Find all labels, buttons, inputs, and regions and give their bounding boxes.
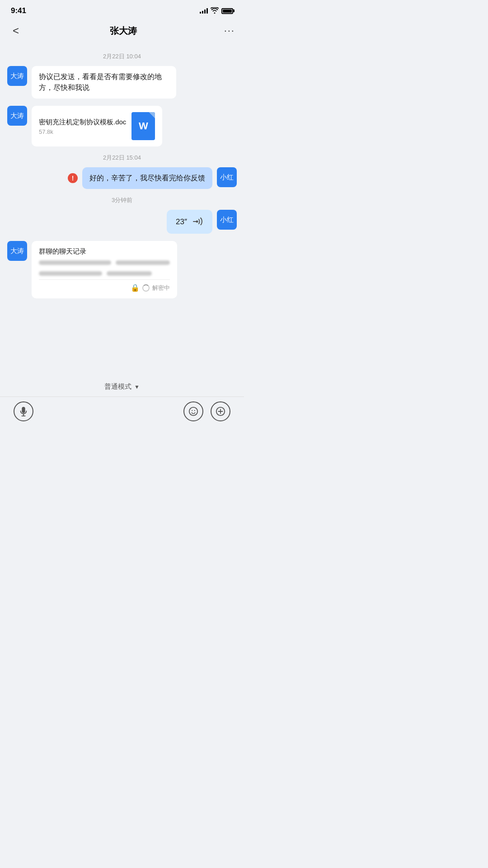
status-time: 9:41 xyxy=(11,6,26,15)
signal-icon xyxy=(200,8,208,14)
back-button[interactable]: < xyxy=(9,23,23,39)
chevron-down-icon: ▼ xyxy=(134,384,140,390)
word-file-icon: W xyxy=(131,112,155,140)
timestamp-3: 3分钟前 xyxy=(7,196,237,204)
message-row: 大涛 群聊的聊天记录 🔒 解密中 xyxy=(7,241,237,298)
voice-duration: 23″ xyxy=(176,217,187,226)
status-bar: 9:41 xyxy=(0,0,244,18)
chat-record-bubble[interactable]: 群聊的聊天记录 🔒 解密中 xyxy=(32,241,177,298)
message-row: 小红 好的，辛苦了，我尽快看完给你反馈 ! xyxy=(7,167,237,189)
timestamp-1: 2月22日 10:04 xyxy=(7,52,237,61)
voice-button[interactable] xyxy=(14,401,33,421)
chat-record-footer: 🔒 解密中 xyxy=(39,279,170,292)
mode-label: 普通模式 xyxy=(104,382,131,391)
right-tools xyxy=(183,401,230,421)
timestamp-2: 2月22日 15:04 xyxy=(7,154,237,162)
chat-area: 2月22日 10:04 大涛 协议已发送，看看是否有需要修改的地方，尽快和我说 … xyxy=(0,45,244,380)
message-row: 大涛 协议已发送，看看是否有需要修改的地方，尽快和我说 xyxy=(7,66,237,99)
avatar-datao: 大涛 xyxy=(7,241,27,261)
add-button[interactable] xyxy=(211,401,230,421)
bottom-area: 普通模式 ▼ xyxy=(0,375,244,434)
avatar-xiaohong: 小红 xyxy=(217,167,237,187)
message-bubble: 协议已发送，看看是否有需要修改的地方，尽快和我说 xyxy=(32,66,176,99)
chat-record-preview-2 xyxy=(39,271,170,276)
emoji-button[interactable] xyxy=(183,401,203,421)
lock-icon: 🔒 xyxy=(131,283,140,292)
more-button[interactable]: ··· xyxy=(224,25,235,37)
header: < 张大涛 ··· xyxy=(0,18,244,45)
decrypt-spinner xyxy=(142,284,150,292)
toolbar xyxy=(0,396,244,434)
svg-point-5 xyxy=(192,410,192,411)
message-bubble: 好的，辛苦了，我尽快看完给你反馈 xyxy=(82,167,212,189)
file-bubble[interactable]: 密钥充注机定制协议模板.doc 57.8k W xyxy=(32,106,162,146)
svg-point-6 xyxy=(194,410,195,411)
file-info: 密钥充注机定制协议模板.doc 57.8k xyxy=(39,117,126,135)
message-row: 大涛 密钥充注机定制协议模板.doc 57.8k W xyxy=(7,106,237,146)
battery-icon xyxy=(221,8,233,14)
mode-bar[interactable]: 普通模式 ▼ xyxy=(0,375,244,396)
error-indicator[interactable]: ! xyxy=(68,173,78,183)
status-icons xyxy=(200,7,233,15)
voice-wave-icon xyxy=(192,216,203,227)
voice-bubble[interactable]: 23″ xyxy=(167,210,212,234)
svg-point-4 xyxy=(189,407,197,415)
header-title: 张大涛 xyxy=(110,25,137,37)
avatar-datao: 大涛 xyxy=(7,66,27,86)
chat-record-preview xyxy=(39,260,170,265)
chat-record-title: 群聊的聊天记录 xyxy=(39,247,170,256)
file-size: 57.8k xyxy=(39,128,126,135)
decrypt-label: 解密中 xyxy=(152,284,170,292)
wifi-icon xyxy=(211,7,219,15)
file-name: 密钥充注机定制协议模板.doc xyxy=(39,117,126,127)
message-row: 小红 23″ xyxy=(7,210,237,234)
avatar-xiaohong: 小红 xyxy=(217,210,237,230)
avatar-datao: 大涛 xyxy=(7,106,27,126)
